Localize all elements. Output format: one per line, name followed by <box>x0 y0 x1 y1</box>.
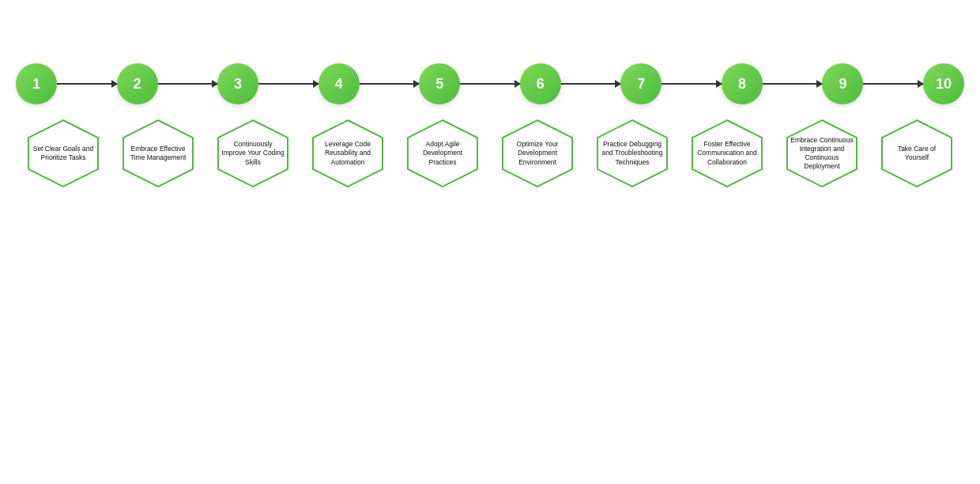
hexagon-8: Foster Effective Communication and Colla… <box>689 119 765 188</box>
hexagon-2: Embrace Effective Time Management <box>120 119 196 188</box>
hex-wrapper-3: Continuously Improve Your Coding Skills <box>205 119 300 188</box>
circle-number-1: 1 <box>16 63 57 104</box>
step-circle-2: 2 <box>117 63 158 104</box>
circle-number-5: 5 <box>419 63 460 104</box>
circle-number-10: 10 <box>923 63 964 104</box>
arrow-line-3 <box>258 83 318 85</box>
diagram-container: 12345678910 Set Clear Goals and Prioriti… <box>0 63 980 188</box>
arrow-connector-5 <box>460 83 520 85</box>
hexagon-9: Embrace Continuous Integration and Conti… <box>784 119 860 188</box>
arrow-line-6 <box>561 83 621 85</box>
circle-number-7: 7 <box>620 63 662 104</box>
hex-label-5: Adopt Agile Development Practices <box>405 137 481 169</box>
arrow-line-4 <box>360 83 420 85</box>
hex-wrapper-8: Foster Effective Communication and Colla… <box>680 119 775 188</box>
step-circle-5: 5 <box>419 63 460 104</box>
hex-wrapper-4: Leverage Code Reusability and Automation <box>300 119 395 188</box>
hex-wrapper-9: Embrace Continuous Integration and Conti… <box>775 119 869 188</box>
arrow-line-8 <box>763 83 823 85</box>
arrow-connector-3 <box>258 83 318 85</box>
hexagon-1: Set Clear Goals and Prioritize Tasks <box>25 119 101 188</box>
hexagon-3: Continuously Improve Your Coding Skills <box>215 119 291 188</box>
step-circle-1: 1 <box>16 63 57 104</box>
arrow-connector-9 <box>863 83 923 85</box>
arrow-connector-8 <box>763 83 823 85</box>
arrow-line-5 <box>460 83 520 85</box>
hex-wrapper-2: Embrace Effective Time Management <box>111 119 205 188</box>
circle-number-8: 8 <box>722 63 763 104</box>
hex-label-7: Practice Debugging and Troubleshooting T… <box>594 137 670 169</box>
arrow-line-2 <box>158 83 218 85</box>
circle-number-4: 4 <box>318 63 360 104</box>
hexagon-6: Optimize Your Development Environment <box>499 119 575 188</box>
circles-row: 12345678910 <box>16 63 964 104</box>
hex-label-10: Take Care of Yourself <box>879 142 955 165</box>
circle-number-9: 9 <box>822 63 863 104</box>
step-circle-3: 3 <box>217 63 258 104</box>
arrow-line-7 <box>662 83 722 85</box>
hexagon-10: Take Care of Yourself <box>879 119 955 188</box>
hex-label-9: Embrace Continuous Integration and Conti… <box>784 133 860 174</box>
hex-wrapper-6: Optimize Your Development Environment <box>490 119 585 188</box>
hexagon-4: Leverage Code Reusability and Automation <box>310 119 386 188</box>
step-circle-4: 4 <box>318 63 360 104</box>
hex-label-1: Set Clear Goals and Prioritize Tasks <box>25 142 101 165</box>
step-circle-7: 7 <box>620 63 662 104</box>
arrow-connector-6 <box>561 83 621 85</box>
circle-number-6: 6 <box>520 63 561 104</box>
hexagons-row: Set Clear Goals and Prioritize Tasks Emb… <box>16 119 964 188</box>
hex-wrapper-1: Set Clear Goals and Prioritize Tasks <box>16 119 111 188</box>
arrow-connector-1 <box>57 83 117 85</box>
arrow-line-1 <box>57 83 117 85</box>
hex-wrapper-5: Adopt Agile Development Practices <box>395 119 490 188</box>
hex-label-8: Foster Effective Communication and Colla… <box>689 137 765 169</box>
hex-label-2: Embrace Effective Time Management <box>120 142 196 165</box>
hex-label-4: Leverage Code Reusability and Automation <box>310 137 386 169</box>
arrow-connector-2 <box>158 83 218 85</box>
step-circle-9: 9 <box>822 63 863 104</box>
hexagon-7: Practice Debugging and Troubleshooting T… <box>594 119 670 188</box>
hexagon-5: Adopt Agile Development Practices <box>405 119 481 188</box>
arrow-connector-7 <box>662 83 722 85</box>
arrow-line-9 <box>863 83 923 85</box>
hex-wrapper-10: Take Care of Yourself <box>869 119 964 188</box>
hex-wrapper-7: Practice Debugging and Troubleshooting T… <box>585 119 680 188</box>
arrow-connector-4 <box>360 83 420 85</box>
circle-number-2: 2 <box>117 63 158 104</box>
step-circle-10: 10 <box>923 63 964 104</box>
hex-label-3: Continuously Improve Your Coding Skills <box>215 137 291 169</box>
hex-label-6: Optimize Your Development Environment <box>499 137 575 169</box>
step-circle-8: 8 <box>722 63 763 104</box>
step-circle-6: 6 <box>520 63 561 104</box>
circle-number-3: 3 <box>217 63 258 104</box>
